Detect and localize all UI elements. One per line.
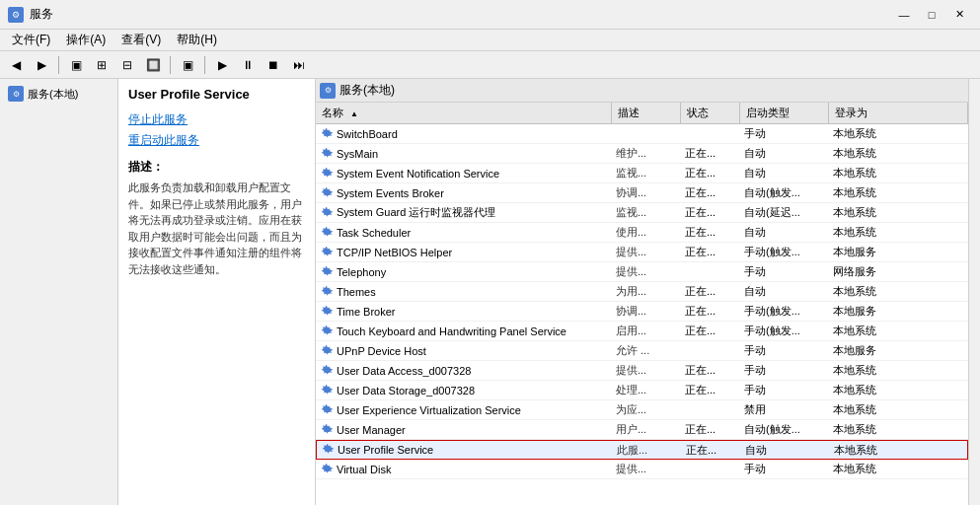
toolbar-btn1[interactable]: ▣ <box>64 54 88 76</box>
service-row-startup: 手动 <box>740 126 829 141</box>
sidebar: ⚙ 服务(本地) <box>0 79 118 505</box>
service-row[interactable]: UPnP Device Host允许 ...手动本地服务 <box>316 341 968 361</box>
service-row[interactable]: SysMain维护...正在...自动本地系统 <box>316 144 968 164</box>
sidebar-icon: ⚙ <box>8 86 24 102</box>
service-gear-icon <box>321 443 335 457</box>
toolbar-restart[interactable]: ⏭ <box>287 54 311 76</box>
toolbar-stop[interactable]: ⏹ <box>262 54 285 76</box>
toolbar-btn4[interactable]: 🔲 <box>141 54 165 76</box>
service-row-name: SysMain <box>316 147 612 161</box>
desc-label: 描述： <box>128 159 305 176</box>
title-bar-controls: — □ ✕ <box>891 5 972 25</box>
title-bar-left: ⚙ 服务 <box>8 6 53 23</box>
col-header-name[interactable]: 名称 ▲ <box>316 103 612 123</box>
col-header-desc[interactable]: 描述 <box>612 103 681 123</box>
title-bar-title: 服务 <box>30 6 53 23</box>
service-row[interactable]: TCP/IP NetBIOS Helper提供...正在...手动(触发...本… <box>316 243 968 262</box>
service-row-status: 正在... <box>681 225 740 240</box>
service-row-startup: 自动(延迟... <box>740 205 829 220</box>
title-bar: ⚙ 服务 — □ ✕ <box>0 0 980 30</box>
toolbar-back[interactable]: ◀ <box>4 54 28 76</box>
service-row-startup: 手动 <box>740 462 829 476</box>
service-row[interactable]: Time Broker协调...正在...手动(触发...本地服务 <box>316 302 968 322</box>
service-row[interactable]: SwitchBoard手动本地系统 <box>316 124 968 144</box>
service-row[interactable]: User Data Storage_d007328处理...正在...手动本地系… <box>316 381 968 400</box>
menu-help[interactable]: 帮助(H) <box>169 30 225 50</box>
stop-service-link[interactable]: 停止此服务 <box>128 111 305 128</box>
toolbar-btn5[interactable]: ▣ <box>176 54 199 76</box>
service-row-status: 正在... <box>681 422 740 437</box>
service-row-startup: 自动 <box>740 166 829 180</box>
service-row-name: Telephony <box>316 265 612 279</box>
service-row-desc: 监视... <box>612 205 681 220</box>
service-row[interactable]: User Profile Service此服...正在...自动本地系统 <box>316 440 968 460</box>
service-row-desc: 提供... <box>612 462 681 476</box>
service-row-status: 正在... <box>681 185 740 200</box>
toolbar-separator-1 <box>58 56 59 74</box>
toolbar-forward[interactable]: ▶ <box>30 54 53 76</box>
service-row[interactable]: System Event Notification Service监视...正在… <box>316 164 968 183</box>
service-row-desc: 为应... <box>612 402 681 417</box>
toolbar-play[interactable]: ▶ <box>210 54 234 76</box>
col-header-startup[interactable]: 启动类型 <box>740 103 829 123</box>
services-header-bar: ⚙ 服务(本地) <box>316 79 968 103</box>
service-row-name: User Data Storage_d007328 <box>316 384 612 397</box>
toolbar-pause[interactable]: ⏸ <box>236 54 260 76</box>
service-gear-icon <box>320 167 334 180</box>
maximize-button[interactable]: □ <box>919 5 944 25</box>
service-row[interactable]: Touch Keyboard and Handwriting Panel Ser… <box>316 322 968 341</box>
service-row-status: 正在... <box>681 146 740 161</box>
service-row-desc: 协调... <box>612 185 681 200</box>
col-header-status[interactable]: 状态 <box>681 103 740 123</box>
toolbar-btn3[interactable]: ⊟ <box>115 54 139 76</box>
scrollbar[interactable] <box>968 79 980 505</box>
services-panel-icon: ⚙ <box>320 83 336 99</box>
service-gear-icon <box>320 147 334 161</box>
selected-service-title: User Profile Service <box>128 87 305 102</box>
service-row-startup: 手动 <box>740 264 829 279</box>
service-row-desc: 监视... <box>612 166 681 180</box>
service-gear-icon <box>320 325 334 338</box>
services-panel-title: 服务(本地) <box>339 82 395 99</box>
menu-action[interactable]: 操作(A) <box>58 30 113 50</box>
menu-bar: 文件(F) 操作(A) 查看(V) 帮助(H) <box>0 30 980 51</box>
service-row-desc: 提供... <box>612 264 681 279</box>
service-row-name: System Guard 运行时监视器代理 <box>316 205 612 220</box>
menu-file[interactable]: 文件(F) <box>4 30 58 50</box>
menu-view[interactable]: 查看(V) <box>113 30 169 50</box>
toolbar: ◀ ▶ ▣ ⊞ ⊟ 🔲 ▣ ▶ ⏸ ⏹ ⏭ <box>0 51 980 79</box>
restart-service-link[interactable]: 重启动此服务 <box>128 132 305 149</box>
sidebar-item-local-services[interactable]: ⚙ 服务(本地) <box>4 83 113 105</box>
col-header-login[interactable]: 登录为 <box>829 103 968 123</box>
service-row-desc: 提供... <box>612 245 681 259</box>
service-row[interactable]: User Manager用户...正在...自动(触发...本地系统 <box>316 420 968 440</box>
service-row[interactable]: User Data Access_d007328提供...正在...手动本地系统 <box>316 361 968 381</box>
toolbar-separator-3 <box>204 56 205 74</box>
service-row[interactable]: Themes为用...正在...自动本地系统 <box>316 282 968 302</box>
service-row-startup: 自动 <box>740 225 829 240</box>
service-row-startup: 手动 <box>740 343 829 358</box>
service-row-login: 本地系统 <box>829 205 968 220</box>
service-row-login: 本地系统 <box>829 422 968 437</box>
service-row-desc: 用户... <box>612 422 681 437</box>
service-row-startup: 禁用 <box>740 402 829 417</box>
toolbar-btn2[interactable]: ⊞ <box>90 54 113 76</box>
service-row[interactable]: System Guard 运行时监视器代理监视...正在...自动(延迟...本… <box>316 203 968 223</box>
service-row-status: 正在... <box>682 443 741 458</box>
service-row-name: Virtual Disk <box>316 463 612 476</box>
service-row[interactable]: Task Scheduler使用...正在...自动本地系统 <box>316 223 968 243</box>
service-row-login: 本地系统 <box>829 185 968 200</box>
service-row-login: 本地系统 <box>829 383 968 397</box>
minimize-button[interactable]: — <box>891 5 917 25</box>
service-rows[interactable]: SwitchBoard手动本地系统SysMain维护...正在...自动本地系统… <box>316 124 968 505</box>
service-row-name: Task Scheduler <box>316 226 612 240</box>
service-gear-icon <box>320 246 334 259</box>
service-row-desc: 启用... <box>612 324 681 338</box>
service-row[interactable]: User Experience Virtualization Service为应… <box>316 400 968 420</box>
service-row[interactable]: System Events Broker协调...正在...自动(触发...本地… <box>316 183 968 203</box>
service-row[interactable]: Virtual Disk提供...手动本地系统 <box>316 460 968 479</box>
service-row[interactable]: Telephony提供...手动网络服务 <box>316 262 968 282</box>
service-row-status: 正在... <box>681 304 740 319</box>
close-button[interactable]: ✕ <box>946 5 972 25</box>
service-row-desc: 提供... <box>612 363 681 378</box>
